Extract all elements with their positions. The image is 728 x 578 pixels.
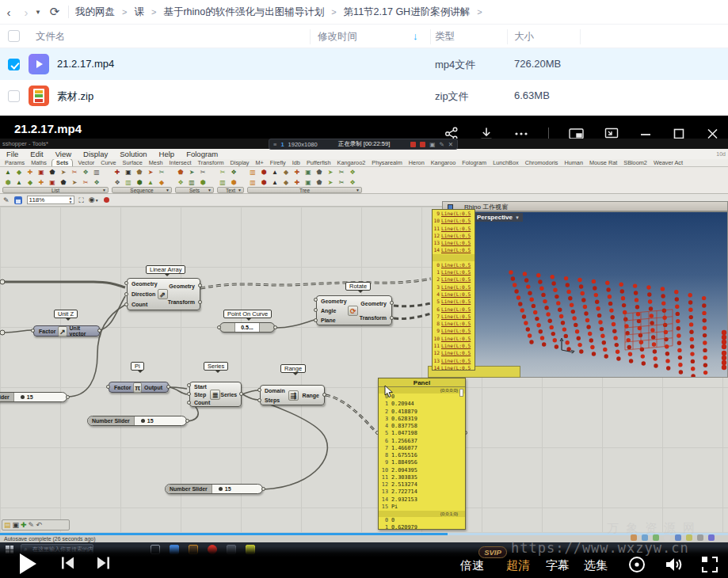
toolbar-icon[interactable]: ◆	[281, 178, 291, 187]
toolbar-icon[interactable]: ▥	[248, 168, 257, 177]
row-checkbox[interactable]	[8, 59, 20, 70]
tab-sets[interactable]: Sets	[51, 159, 73, 167]
toolbar-icon[interactable]: ➤	[326, 168, 335, 177]
tab-sbloom2[interactable]: SBloom2	[622, 159, 649, 166]
group-caret-icon[interactable]: ▼	[102, 188, 106, 193]
tab-human[interactable]: Human	[562, 159, 585, 166]
toolbar-icon[interactable]: ◆	[157, 178, 166, 187]
file-row[interactable]: 21.2.17.mp4mp4文件726.20MB	[0, 48, 728, 80]
gh-node-linear-array[interactable]: GeometryDirectionCount⇗GeometryTransform	[127, 278, 200, 310]
port-angle[interactable]	[314, 308, 318, 312]
toolbar-icon[interactable]: ▣	[124, 168, 133, 177]
toolbar-icon[interactable]: ▲	[270, 178, 280, 187]
toolbar-icon[interactable]: ✚	[36, 178, 46, 187]
player-menu-speed[interactable]: 倍速	[460, 558, 484, 573]
tab-lunchbox[interactable]: LunchBox	[491, 159, 520, 166]
stop-record-icon[interactable]	[420, 142, 425, 147]
column-modified[interactable]: 修改时间	[318, 30, 357, 44]
player-menu-quality[interactable]: 超清	[506, 558, 530, 573]
port-domain[interactable]	[257, 388, 261, 392]
menu-edit[interactable]: Edit	[30, 150, 43, 158]
tab-weaver-act[interactable]: Weaver Act	[652, 159, 684, 166]
tab-physarealm[interactable]: Physarealm	[370, 159, 404, 166]
slider-output-port[interactable]	[185, 419, 189, 423]
pin-icon[interactable]	[104, 197, 109, 203]
menu-solution[interactable]: Solution	[120, 150, 147, 158]
port-series[interactable]	[239, 392, 243, 396]
group-caret-icon[interactable]: ▼	[166, 188, 170, 193]
file-row[interactable]: 素材.zipzip文件6.63MB	[0, 80, 728, 112]
toolbar-icon[interactable]: ▲	[14, 178, 24, 187]
tab-heron[interactable]: Heron	[407, 159, 426, 166]
menu-display[interactable]: Display	[83, 150, 108, 158]
gh-panel[interactable]: Panel {0;0;0;0}0010.2094420.41887930.628…	[378, 378, 466, 530]
toolbar-icon[interactable]: ▣	[303, 178, 313, 187]
toolbar-icon[interactable]: ⬟	[314, 168, 324, 177]
player-menu-subtitles[interactable]: 字幕	[546, 558, 570, 573]
column-filename[interactable]: 文件名	[36, 30, 66, 44]
sort-desc-icon[interactable]: ↓	[413, 30, 418, 42]
toolbar-icon[interactable]: ✂	[198, 168, 208, 177]
zoom-extents-icon[interactable]: ⛶	[79, 196, 84, 205]
gh-node-series[interactable]: StartStepCount≣Series	[189, 382, 242, 407]
toolbar-icon[interactable]: ▲	[146, 178, 155, 187]
toolbar-icon[interactable]: ◆	[14, 168, 24, 177]
tab-firefly[interactable]: Firefly	[269, 159, 288, 166]
toolbar-icon[interactable]: ◆	[25, 178, 35, 187]
toolbar-icon[interactable]: ⬢	[259, 168, 269, 177]
breadcrumb-item[interactable]: 我的网盘	[75, 6, 115, 19]
breadcrumb-item[interactable]: 课	[134, 6, 144, 19]
viewport-tab[interactable]: Perspective▼	[474, 213, 523, 222]
tab-maths[interactable]: Maths	[29, 159, 48, 166]
tab-mesh[interactable]: Mesh	[147, 159, 165, 166]
menu-fologram[interactable]: Fologram	[186, 150, 218, 158]
undo-icon[interactable]: ↶	[36, 520, 42, 530]
port-steps[interactable]	[257, 398, 261, 402]
gh-node-point-on-curve[interactable]: 0.5...	[219, 322, 275, 333]
toolbar-icon[interactable]: ▣	[48, 178, 57, 187]
tab-kangaroo2[interactable]: Kangaroo2	[336, 159, 368, 166]
breadcrumb-item[interactable]: 基于rhino的软件强化与出图辅导计划	[163, 6, 324, 19]
toolbar-icon[interactable]: ❖	[176, 178, 185, 187]
breadcrumb-item[interactable]: 第11节2.17 GH进阶案例讲解	[344, 6, 471, 19]
group-icon[interactable]: ▤	[4, 520, 11, 530]
number-slider[interactable]: Number Slider15	[0, 392, 67, 402]
tab-chromodoris[interactable]: Chromodoris	[524, 159, 560, 166]
toolbar-icon[interactable]: ❖	[92, 178, 101, 187]
gh-node-unit-z[interactable]: Factor↗Unit vector	[33, 325, 100, 337]
toolbar-icon[interactable]: ⬢	[135, 178, 144, 187]
recorder-close-icon[interactable]: ✕	[448, 141, 453, 148]
sketch-icon[interactable]: ✎	[3, 196, 10, 205]
camera-icon[interactable]: ▣	[429, 141, 435, 148]
column-type[interactable]: 类型	[435, 30, 455, 44]
number-slider[interactable]: Number Slider15	[87, 416, 187, 426]
toolbar-group-label[interactable]: Text▼	[217, 187, 244, 193]
slider-knob[interactable]	[21, 395, 25, 399]
port-transform[interactable]	[198, 300, 202, 304]
group-caret-icon[interactable]: ▼	[208, 188, 212, 193]
toolbar-icon[interactable]: ✚	[112, 168, 122, 177]
toolbar-icon[interactable]: ⬟	[135, 168, 144, 177]
slider-knob[interactable]	[141, 419, 145, 423]
poc-port[interactable]	[217, 325, 221, 329]
back-icon[interactable]: ‹	[0, 6, 17, 19]
poc-port[interactable]	[273, 325, 277, 329]
port-direction[interactable]	[124, 292, 128, 296]
toolbar-icon[interactable]: ❖	[348, 178, 357, 187]
toolbar-icon[interactable]: ⬢	[259, 178, 269, 187]
port-step[interactable]	[187, 392, 191, 396]
tab-kangaroo[interactable]: Kangaroo	[429, 159, 458, 166]
toolbar-icon[interactable]: ▥	[218, 178, 227, 187]
recorder-menu-icon[interactable]: ≡	[273, 141, 276, 148]
toolbar-icon[interactable]: ⬢	[3, 178, 13, 187]
toolbar-group-label[interactable]: Sequence▼	[112, 187, 172, 193]
toolbar-icon[interactable]: ▥	[124, 178, 133, 187]
port-unit-vector[interactable]	[97, 329, 101, 333]
toolbar-icon[interactable]: ✚	[25, 168, 35, 177]
toolbar-icon[interactable]: ❖	[229, 168, 238, 177]
toolbar-icon[interactable]: ⬟	[48, 168, 57, 177]
save-icon[interactable]	[14, 196, 22, 204]
group-caret-icon[interactable]: ▼	[356, 188, 360, 193]
toolbar-icon[interactable]: ▥	[92, 168, 101, 177]
port-transform[interactable]	[390, 316, 394, 320]
